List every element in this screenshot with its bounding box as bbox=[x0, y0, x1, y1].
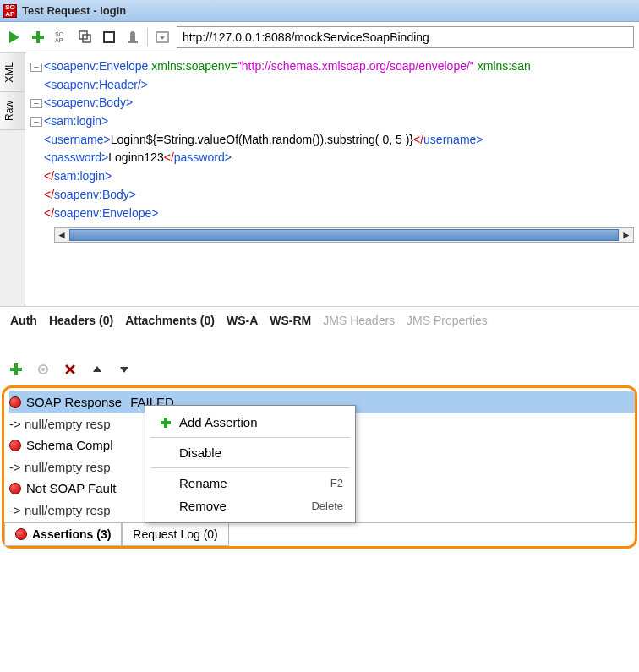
scroll-right-icon[interactable]: ► bbox=[620, 227, 633, 243]
stop-icon[interactable] bbox=[100, 28, 118, 46]
menu-item-remove[interactable]: Remove Delete bbox=[145, 494, 355, 517]
svg-text:SO: SO bbox=[55, 31, 64, 37]
assertions-highlight-box: SOAP Response FAILED -> null/empty resp … bbox=[2, 385, 637, 549]
menu-item-rename[interactable]: Rename F2 bbox=[145, 472, 355, 494]
fold-toggle-icon[interactable]: − bbox=[30, 117, 42, 127]
footer-tabs: Assertions (3) Request Log (0) bbox=[4, 522, 635, 546]
toolbar-divider bbox=[147, 28, 148, 46]
configure-assertion-icon[interactable] bbox=[34, 360, 52, 379]
scroll-thumb[interactable] bbox=[69, 229, 619, 241]
status-failed-icon bbox=[15, 528, 27, 540]
stamp-icon[interactable] bbox=[123, 28, 142, 46]
tab-attachments[interactable]: Attachments (0) bbox=[125, 314, 215, 327]
scroll-left-icon[interactable]: ◄ bbox=[55, 227, 68, 243]
move-down-icon[interactable] bbox=[115, 360, 134, 379]
assertions-toolbar bbox=[0, 352, 639, 385]
tab-jms-headers: JMS Headers bbox=[323, 314, 395, 327]
svg-rect-7 bbox=[104, 32, 114, 42]
menu-separator bbox=[150, 437, 350, 438]
fold-toggle-icon[interactable]: − bbox=[30, 63, 42, 72]
menu-item-disable[interactable]: Disable bbox=[145, 441, 355, 464]
plus-icon bbox=[157, 417, 174, 429]
svg-point-10 bbox=[130, 31, 135, 36]
add-button[interactable] bbox=[29, 28, 47, 46]
tab-wsa[interactable]: WS-A bbox=[227, 314, 258, 327]
assertion-name: SOAP Response bbox=[26, 391, 122, 413]
fold-toggle-icon[interactable]: − bbox=[30, 99, 42, 108]
request-toolbar: SOAP bbox=[0, 22, 639, 52]
menu-item-add-assertion[interactable]: Add Assertion bbox=[145, 411, 355, 434]
tab-jms-properties: JMS Properties bbox=[407, 314, 488, 327]
soap-options-icon[interactable]: SOAP bbox=[52, 28, 71, 46]
xml-editor[interactable]: −<soapenv:Envelope xmlns:soapenv="http:/… bbox=[25, 52, 639, 306]
editor-side-tabs: XML Raw bbox=[0, 52, 25, 306]
assertion-name: Not SOAP Fault bbox=[26, 478, 116, 500]
menu-separator bbox=[150, 467, 350, 468]
endpoint-url-input[interactable] bbox=[177, 26, 634, 48]
remove-assertion-icon[interactable] bbox=[61, 360, 79, 379]
tab-headers[interactable]: Headers (0) bbox=[49, 314, 113, 327]
run-button[interactable] bbox=[5, 28, 24, 46]
svg-marker-0 bbox=[9, 31, 19, 43]
svg-rect-2 bbox=[32, 36, 44, 39]
tab-raw[interactable]: Raw bbox=[0, 91, 25, 130]
status-failed-icon bbox=[9, 396, 21, 408]
assertion-name: Schema Compl bbox=[26, 434, 113, 456]
add-assertion-button[interactable] bbox=[7, 360, 25, 379]
svg-marker-19 bbox=[93, 366, 101, 372]
svg-rect-22 bbox=[161, 421, 171, 424]
tab-xml[interactable]: XML bbox=[0, 52, 25, 91]
soap-app-icon: SOAP bbox=[3, 4, 17, 18]
window-titlebar: SOAP Test Request - login bbox=[0, 0, 639, 22]
editor-area: XML Raw −<soapenv:Envelope xmlns:soapenv… bbox=[0, 52, 639, 307]
svg-rect-14 bbox=[10, 368, 22, 371]
tab-wsrm[interactable]: WS-RM bbox=[270, 314, 311, 327]
status-failed-icon bbox=[9, 483, 21, 494]
move-up-icon[interactable] bbox=[88, 360, 106, 379]
horizontal-scrollbar[interactable]: ◄ ► bbox=[54, 227, 634, 243]
tab-auth[interactable]: Auth bbox=[10, 314, 37, 327]
status-failed-icon bbox=[9, 440, 21, 451]
window-title: Test Request - login bbox=[22, 4, 126, 17]
svg-point-16 bbox=[41, 368, 45, 371]
footer-tab-assertions[interactable]: Assertions (3) bbox=[4, 523, 122, 546]
request-inspector-tabs: Auth Headers (0) Attachments (0) WS-A WS… bbox=[0, 307, 639, 335]
dropdown-icon[interactable] bbox=[153, 28, 172, 46]
footer-tab-request-log[interactable]: Request Log (0) bbox=[122, 523, 228, 546]
svg-text:AP: AP bbox=[55, 37, 63, 43]
svg-rect-8 bbox=[128, 41, 138, 43]
assertion-context-menu: Add Assertion Disable Rename F2 Remove D… bbox=[145, 405, 356, 523]
svg-marker-20 bbox=[120, 367, 128, 373]
svg-marker-12 bbox=[160, 36, 165, 40]
clone-icon[interactable] bbox=[76, 28, 95, 46]
